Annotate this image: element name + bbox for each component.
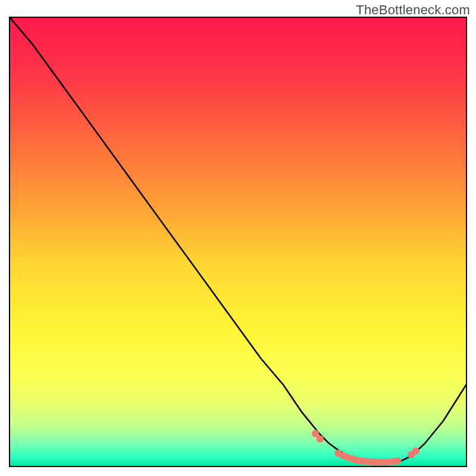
chart-container: TheBottleneck.com: [0, 0, 476, 476]
watermark-label: TheBottleneck.com: [356, 2, 470, 18]
background-gradient: [10, 18, 466, 466]
plot-area: [9, 17, 467, 467]
svg-rect-0: [10, 18, 466, 466]
